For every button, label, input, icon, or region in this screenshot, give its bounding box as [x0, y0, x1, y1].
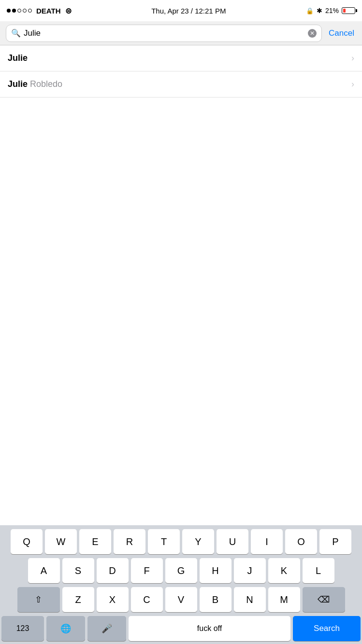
- key-x[interactable]: X: [97, 587, 129, 612]
- globe-key[interactable]: 🌐: [46, 616, 85, 641]
- search-bar[interactable]: 🔍 ✕ Cancel: [0, 21, 362, 45]
- key-u[interactable]: U: [217, 529, 248, 554]
- search-key[interactable]: Search: [293, 616, 361, 641]
- signal-dot-4: [23, 9, 27, 13]
- key-p[interactable]: P: [319, 529, 351, 554]
- mic-key[interactable]: 🎤: [87, 616, 126, 641]
- result-item-1[interactable]: Julie Robledo ›: [0, 71, 362, 98]
- key-s[interactable]: S: [62, 558, 94, 583]
- wifi-icon: ⊜: [65, 6, 72, 15]
- status-time: Thu, Apr 23 / 12:21 PM: [151, 7, 226, 15]
- battery-icon: [342, 7, 355, 14]
- search-input[interactable]: [24, 28, 308, 38]
- key-m[interactable]: M: [268, 587, 300, 612]
- result-text-1: Julie Robledo: [8, 79, 351, 89]
- key-g[interactable]: G: [165, 558, 197, 583]
- clear-button[interactable]: ✕: [308, 29, 317, 38]
- key-b[interactable]: B: [200, 587, 232, 612]
- keyboard-row-1: Q W E R T Y U I O P: [1, 529, 361, 554]
- signal-dots: [7, 9, 32, 13]
- key-f[interactable]: F: [131, 558, 163, 583]
- status-right: 🔒 ✱ 21%: [306, 7, 355, 14]
- key-h[interactable]: H: [200, 558, 232, 583]
- carrier-name: DEATH: [36, 7, 61, 15]
- key-i[interactable]: I: [251, 529, 283, 554]
- results-list: Julie › Julie Robledo ›: [0, 45, 362, 98]
- key-j[interactable]: J: [234, 558, 266, 583]
- bluetooth-icon: ✱: [317, 7, 322, 14]
- cancel-button[interactable]: Cancel: [327, 28, 356, 38]
- signal-dot-1: [7, 9, 11, 13]
- result-item-0[interactable]: Julie ›: [0, 45, 362, 71]
- chevron-icon-1: ›: [351, 79, 354, 89]
- key-d[interactable]: D: [97, 558, 129, 583]
- shift-key[interactable]: ⇧: [17, 587, 60, 612]
- key-z[interactable]: Z: [62, 587, 94, 612]
- signal-dot-2: [12, 9, 16, 13]
- keyboard[interactable]: Q W E R T Y U I O P A S D F G H J K L ⇧ …: [0, 525, 362, 644]
- key-c[interactable]: C: [131, 587, 163, 612]
- keyboard-row-3: ⇧ Z X C V B N M ⌫: [1, 587, 361, 612]
- lock-icon: 🔒: [306, 7, 314, 14]
- chevron-icon-0: ›: [351, 53, 354, 63]
- key-a[interactable]: A: [28, 558, 60, 583]
- keyboard-row-2: A S D F G H J K L: [1, 558, 361, 583]
- battery-fill: [343, 9, 346, 13]
- keyboard-row-4: 123 🌐 🎤 fuck off Search: [1, 616, 361, 641]
- result-text-0: Julie: [8, 53, 351, 63]
- key-o[interactable]: O: [285, 529, 317, 554]
- key-l[interactable]: L: [303, 558, 334, 583]
- empty-area: [0, 98, 362, 368]
- status-left: DEATH ⊜: [7, 6, 72, 15]
- key-y[interactable]: Y: [182, 529, 214, 554]
- num-key[interactable]: 123: [1, 616, 44, 641]
- status-bar: DEATH ⊜ Thu, Apr 23 / 12:21 PM 🔒 ✱ 21%: [0, 0, 362, 21]
- key-k[interactable]: K: [268, 558, 300, 583]
- key-v[interactable]: V: [165, 587, 197, 612]
- key-r[interactable]: R: [114, 529, 145, 554]
- key-w[interactable]: W: [45, 529, 77, 554]
- key-e[interactable]: E: [79, 529, 111, 554]
- battery-percent: 21%: [325, 7, 339, 14]
- key-q[interactable]: Q: [11, 529, 43, 554]
- key-n[interactable]: N: [234, 587, 266, 612]
- search-input-wrapper[interactable]: 🔍 ✕: [6, 25, 322, 42]
- search-icon: 🔍: [11, 28, 21, 38]
- key-t[interactable]: T: [148, 529, 180, 554]
- space-key[interactable]: fuck off: [129, 616, 290, 641]
- signal-dot-3: [17, 9, 21, 13]
- delete-key[interactable]: ⌫: [303, 587, 345, 612]
- signal-dot-5: [28, 9, 32, 13]
